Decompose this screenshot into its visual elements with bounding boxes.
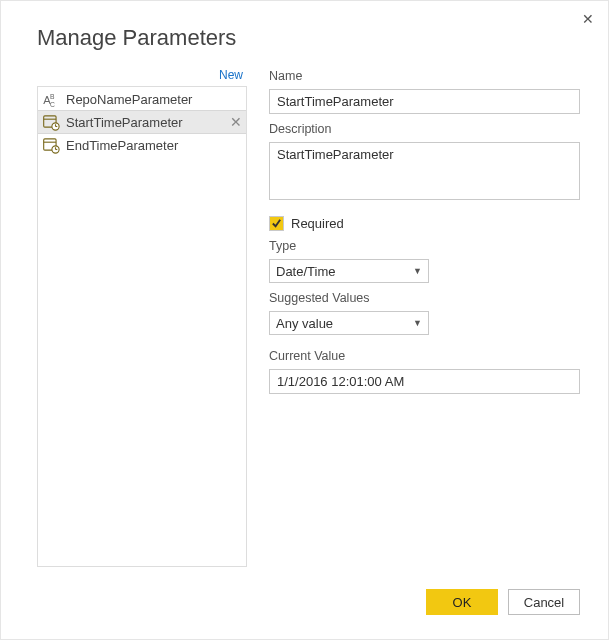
- chevron-down-icon: ▼: [413, 266, 422, 276]
- parameter-list-panel: New ABC RepoNameParameter: [37, 67, 247, 567]
- delete-parameter-icon[interactable]: ✕: [230, 114, 242, 130]
- parameter-row-end-time[interactable]: EndTimeParameter: [38, 133, 246, 157]
- new-parameter-link[interactable]: New: [37, 67, 247, 86]
- text-type-icon: ABC: [42, 90, 60, 108]
- cancel-button[interactable]: Cancel: [508, 589, 580, 615]
- parameter-list: ABC RepoNameParameter StartTimeParameter…: [37, 86, 247, 567]
- parameter-row-label: StartTimeParameter: [66, 115, 183, 130]
- parameter-row-repo-name[interactable]: ABC RepoNameParameter: [38, 87, 246, 111]
- parameter-row-label: RepoNameParameter: [66, 92, 192, 107]
- required-checkbox-row[interactable]: Required: [269, 216, 580, 231]
- name-input[interactable]: [269, 89, 580, 114]
- suggested-values-label: Suggested Values: [269, 291, 580, 305]
- type-select[interactable]: Date/Time ▼: [269, 259, 429, 283]
- type-label: Type: [269, 239, 580, 253]
- required-label: Required: [291, 216, 344, 231]
- dialog-footer: OK Cancel: [426, 589, 580, 615]
- dialog-content: New ABC RepoNameParameter: [37, 67, 580, 567]
- description-input[interactable]: [269, 142, 580, 200]
- required-checkbox[interactable]: [269, 216, 284, 231]
- description-label: Description: [269, 122, 580, 136]
- datetime-type-icon: [42, 136, 60, 154]
- current-value-label: Current Value: [269, 349, 580, 363]
- svg-text:C: C: [50, 101, 55, 108]
- name-label: Name: [269, 69, 580, 83]
- current-value-input[interactable]: [269, 369, 580, 394]
- type-select-value: Date/Time: [276, 264, 335, 279]
- close-button[interactable]: ✕: [582, 11, 594, 27]
- parameter-row-label: EndTimeParameter: [66, 138, 178, 153]
- svg-text:B: B: [50, 93, 55, 100]
- dialog-title: Manage Parameters: [37, 25, 236, 51]
- suggested-values-value: Any value: [276, 316, 333, 331]
- parameter-row-start-time[interactable]: StartTimeParameter ✕: [37, 110, 247, 134]
- ok-button[interactable]: OK: [426, 589, 498, 615]
- parameter-form: Name Description Required Type Date/Time…: [247, 67, 580, 567]
- chevron-down-icon: ▼: [413, 318, 422, 328]
- suggested-values-select[interactable]: Any value ▼: [269, 311, 429, 335]
- datetime-type-icon: [42, 113, 60, 131]
